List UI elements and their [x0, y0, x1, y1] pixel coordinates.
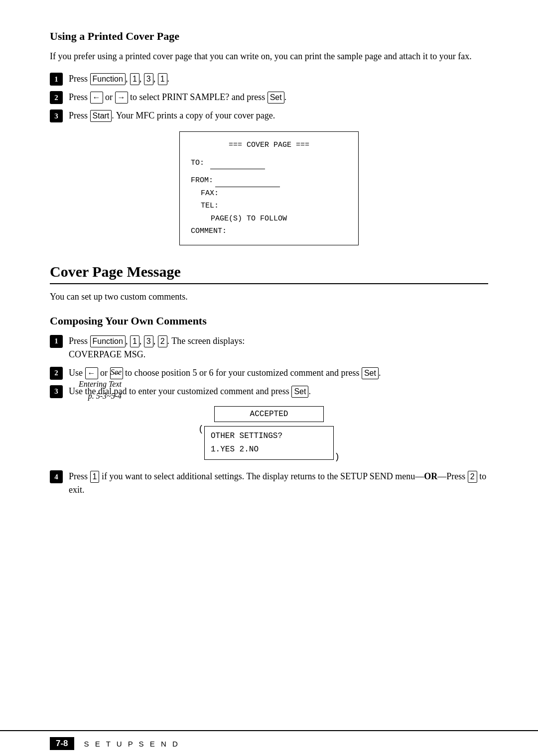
other-settings-line1: OTHER SETTINGS? — [211, 430, 327, 443]
accepted-display: ACCEPTED — [214, 406, 324, 422]
step-1-text: Press Function, 1, 3, 1. — [69, 72, 488, 86]
comp-step-number-1: 1 — [50, 335, 63, 348]
display-pages: PAGE(S) TO FOLLOW — [211, 213, 347, 225]
start-key: Start — [90, 110, 112, 122]
key-3b: 3 — [144, 335, 153, 347]
cover-page-message-heading: Cover Page Message — [50, 263, 488, 284]
comp-step-number-2: 2 — [50, 367, 63, 380]
set-key-2: Set — [362, 367, 379, 379]
display-to: TO: — [191, 157, 347, 170]
footer-title: S E T U P S E N D — [84, 740, 180, 748]
step-1: 1 Press Function, 1, 3, 1. — [50, 72, 488, 86]
comp-step-4-text: Press 1 if you want to select additional… — [69, 470, 488, 497]
using-printed-cover-heading: Using a Printed Cover Page — [50, 30, 488, 43]
step-2: 2 Press ← or → to select PRINT SAMPLE? a… — [50, 91, 488, 104]
step-number-1: 1 — [50, 73, 63, 86]
set-key-1: Set — [268, 92, 284, 104]
footer-page-number: 7-8 — [50, 737, 74, 750]
function-key-2: Function — [90, 335, 126, 347]
cover-page-message-section: Cover Page Message You can set up two cu… — [50, 263, 488, 497]
step-3-text: Press Start. Your MFC prints a copy of y… — [69, 109, 488, 122]
comp-step-1: 1 Press Function, 1, 3, 2. The screen di… — [50, 334, 488, 361]
corner-left-top: ( — [198, 424, 204, 434]
using-printed-cover-section: Using a Printed Cover Page If you prefer… — [50, 30, 488, 245]
key-2a: 2 — [158, 335, 167, 347]
comp-step-1-text: Press Function, 1, 3, 2. The screen disp… — [69, 334, 488, 361]
other-settings-wrapper: ( OTHER SETTINGS? 1.YES 2.NO ) — [204, 426, 334, 460]
sidebar-entering-text: Entering Text — [79, 380, 122, 388]
key-1b: 1 — [158, 73, 167, 85]
display-fax: FAX: — [201, 187, 347, 200]
key-2b: 2 — [468, 471, 477, 483]
arrow-right-key: → — [115, 92, 128, 104]
cover-page-message-intro: You can set up two custom comments. — [50, 290, 488, 304]
composing-heading: Composing Your Own Comments — [50, 315, 488, 327]
display-comment: COMMENT: — [191, 225, 347, 238]
set-key-3: Set — [291, 386, 308, 398]
comp-step-2-text: Use ← or → to choose position 5 or 6 for… — [69, 366, 488, 380]
step-2-text: Press ← or → to select PRINT SAMPLE? and… — [69, 91, 488, 104]
sidebar-note: See Entering Text p. 5-3~5-4 — [77, 366, 122, 402]
other-settings-display: OTHER SETTINGS? 1.YES 2.NO — [204, 426, 334, 460]
key-3a: 3 — [144, 73, 153, 85]
other-settings-line2: 1.YES 2.NO — [211, 443, 327, 456]
comp-step-number-4: 4 — [50, 470, 63, 483]
comp-step-3-text: Use the dial pad to enter your customize… — [69, 385, 488, 398]
sidebar-see: See — [111, 368, 122, 376]
comp-step-2-wrapper: See Entering Text p. 5-3~5-4 2 Use ← or … — [50, 366, 488, 380]
key-1c: 1 — [130, 335, 139, 347]
comp-step-number-3: 3 — [50, 385, 63, 398]
cover-page-display: === COVER PAGE === TO: FROM: FAX: TEL: P… — [179, 131, 359, 245]
using-printed-cover-intro: If you prefer using a printed cover page… — [50, 50, 488, 63]
sidebar-page-ref: p. 5-3~5-4 — [88, 392, 122, 400]
step-3: 3 Press Start. Your MFC prints a copy of… — [50, 109, 488, 122]
key-1a: 1 — [130, 73, 139, 85]
function-key: Function — [90, 73, 126, 85]
display-from: FROM: — [191, 174, 347, 187]
display-tel: TEL: — [201, 200, 347, 213]
display-title: === COVER PAGE === — [191, 139, 347, 152]
other-settings-outer: ( OTHER SETTINGS? 1.YES 2.NO ) — [204, 426, 334, 460]
composing-section: Composing Your Own Comments 1 Press Func… — [50, 315, 488, 497]
page-footer: 7-8 S E T U P S E N D — [0, 730, 538, 756]
comp-step-4: 4 Press 1 if you want to select addition… — [50, 470, 488, 497]
step-number-3: 3 — [50, 109, 63, 122]
key-1d: 1 — [90, 471, 100, 483]
step-number-2: 2 — [50, 91, 63, 104]
corner-right-bottom: ) — [334, 452, 340, 462]
arrow-left-key: ← — [90, 92, 103, 104]
